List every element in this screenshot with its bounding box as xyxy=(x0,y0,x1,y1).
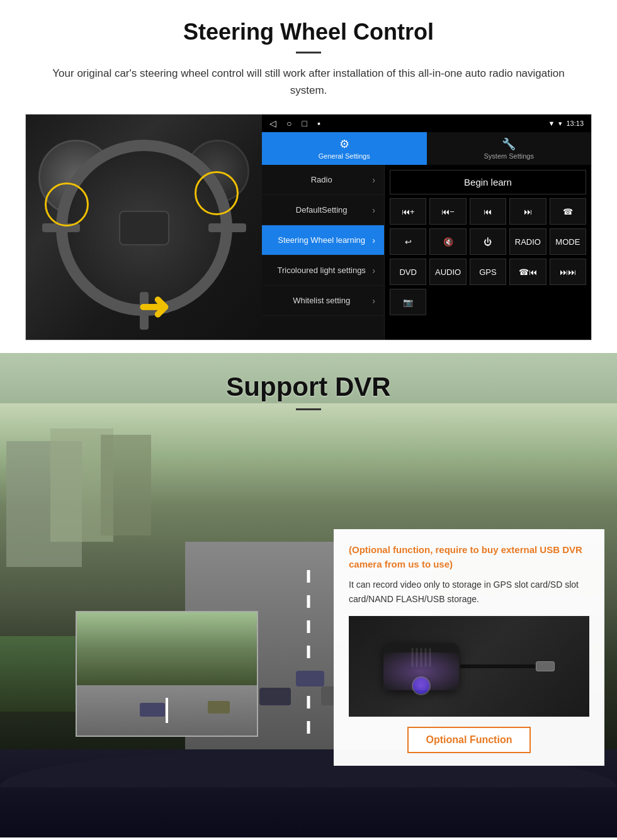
ctrl-dvd[interactable]: DVD xyxy=(390,259,426,285)
camera-body xyxy=(383,643,459,690)
nav-recent-icon[interactable]: □ xyxy=(302,118,307,128)
optional-function-button[interactable]: Optional Function xyxy=(407,727,531,753)
ctrl-row-1: ⏮+ ⏮− ⏮ ⏭ ☎ xyxy=(390,198,586,225)
section-subtitle: Your original car's steering wheel contr… xyxy=(38,65,579,99)
optional-btn-container: Optional Function xyxy=(349,727,589,753)
ctrl-vol-down[interactable]: ⏮− xyxy=(429,198,466,225)
statusbar-nav: ◁ ○ □ ▪ xyxy=(269,118,320,128)
ctrl-phone-next[interactable]: ⏭⏭ xyxy=(550,259,586,285)
ctrl-back[interactable]: ↩ xyxy=(390,228,426,255)
swc-panel: ➜ ◁ ○ □ ▪ ▼ ▾ 13:13 ⚙ xyxy=(25,114,592,340)
android-body: Radio › DefaultSetting › Steering Wheel … xyxy=(262,165,591,340)
chevron-right-icon: › xyxy=(372,296,375,306)
tab-system-settings[interactable]: 🔧 System Settings xyxy=(427,132,592,165)
ctrl-row-4: 📷 xyxy=(390,289,586,315)
nav-home-icon[interactable]: ○ xyxy=(286,118,292,128)
thumb-road-line xyxy=(166,698,168,723)
ctrl-vol-up[interactable]: ⏮+ xyxy=(390,198,426,225)
ctrl-audio[interactable]: AUDIO xyxy=(429,259,466,285)
ctrl-gps[interactable]: GPS xyxy=(470,259,506,285)
steering-wheel-section: Steering Wheel Control Your original car… xyxy=(0,0,617,353)
spoke-left xyxy=(42,223,80,232)
signal-icon: ▼ xyxy=(548,120,555,127)
road-line xyxy=(307,570,310,743)
dvr-card-body: It can record video only to storage in G… xyxy=(349,578,589,606)
camera-assembly xyxy=(383,643,555,690)
android-menu: Radio › DefaultSetting › Steering Wheel … xyxy=(262,165,385,340)
steering-wheel-hub xyxy=(119,211,169,245)
nav-other-icon: ▪ xyxy=(317,118,320,128)
usb-plug xyxy=(536,661,555,671)
statusbar-time: 13:13 xyxy=(566,120,584,127)
ctrl-row-3: DVD AUDIO GPS ☎⏮ ⏭⏭ xyxy=(390,259,586,285)
ctrl-mute[interactable]: 🔇 xyxy=(429,228,466,255)
ctrl-prev[interactable]: ⏮ xyxy=(470,198,506,225)
system-icon: 🔧 xyxy=(502,137,516,151)
dvr-section-title: Support DVR xyxy=(0,372,617,402)
menu-item-default[interactable]: DefaultSetting › xyxy=(262,195,384,225)
ctrl-mode[interactable]: MODE xyxy=(550,228,586,255)
dvr-camera-illustration xyxy=(349,616,589,717)
tab-general-label: General Settings xyxy=(319,152,370,160)
android-content-area: Begin learn ⏮+ ⏮− ⏮ ⏭ ☎ ↩ 🔇 ⏻ RADIO xyxy=(385,165,591,340)
spoke-right xyxy=(208,223,246,232)
gear-icon: ⚙ xyxy=(339,137,349,151)
android-tabs: ⚙ General Settings 🔧 System Settings xyxy=(262,132,591,165)
car-1 xyxy=(259,688,291,705)
tab-general-settings[interactable]: ⚙ General Settings xyxy=(262,132,427,165)
dvr-thumbnail xyxy=(76,611,258,737)
android-statusbar: ◁ ○ □ ▪ ▼ ▾ 13:13 xyxy=(262,115,591,132)
thumb-car-2 xyxy=(208,701,230,714)
ctrl-next[interactable]: ⏭ xyxy=(509,198,546,225)
ctrl-phone[interactable]: ☎ xyxy=(550,198,586,225)
menu-item-radio[interactable]: Radio › xyxy=(262,165,384,195)
usb-cable xyxy=(460,664,536,668)
chevron-right-icon: › xyxy=(372,175,375,185)
dvr-optional-note: (Optional function, require to buy exter… xyxy=(349,543,589,571)
chevron-right-icon: › xyxy=(372,205,375,215)
page-title: Steering Wheel Control xyxy=(25,19,592,45)
thumb-car xyxy=(140,703,165,717)
ctrl-radio[interactable]: RADIO xyxy=(509,228,546,255)
nav-back-icon[interactable]: ◁ xyxy=(269,118,276,128)
dvr-divider xyxy=(296,408,321,410)
tab-system-label: System Settings xyxy=(484,152,534,160)
chevron-right-icon: › xyxy=(372,235,375,245)
menu-item-steering[interactable]: Steering Wheel learning › xyxy=(262,225,384,255)
android-ui: ◁ ○ □ ▪ ▼ ▾ 13:13 ⚙ General Settings xyxy=(262,115,591,340)
building-3 xyxy=(101,435,151,535)
dvr-title-area: Support DVR xyxy=(0,353,617,420)
ctrl-power[interactable]: ⏻ xyxy=(470,228,506,255)
menu-item-whitelist[interactable]: Whitelist setting › xyxy=(262,286,384,316)
begin-learn-button[interactable]: Begin learn xyxy=(390,170,586,194)
ctrl-phone-prev[interactable]: ☎⏮ xyxy=(509,259,546,285)
steering-wheel-image: ➜ xyxy=(26,115,262,340)
ctrl-camera[interactable]: 📷 xyxy=(390,289,426,315)
wifi-icon: ▾ xyxy=(558,120,562,128)
dvr-info-card: (Optional function, require to buy exter… xyxy=(334,529,604,766)
menu-item-tricoloured[interactable]: Tricoloured light settings › xyxy=(262,255,384,286)
title-divider xyxy=(296,52,321,53)
chevron-right-icon: › xyxy=(372,266,375,276)
ctrl-row-2: ↩ 🔇 ⏻ RADIO MODE xyxy=(390,228,586,255)
statusbar-right: ▼ ▾ 13:13 xyxy=(548,120,584,128)
camera-glow xyxy=(383,652,459,690)
car-3 xyxy=(296,671,324,686)
arrow-indicator: ➜ xyxy=(138,284,169,328)
dvr-section: Support DVR (Optional function, require … xyxy=(0,353,617,837)
